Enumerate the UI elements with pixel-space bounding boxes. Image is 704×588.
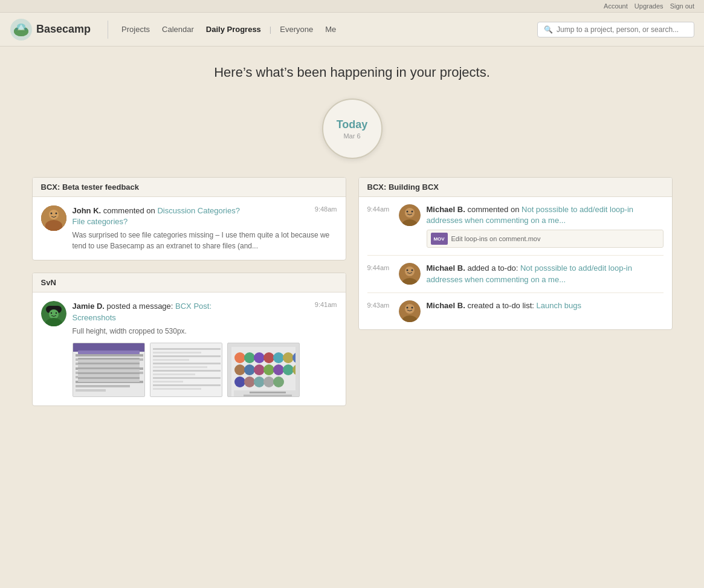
today-date: Mar 6 [343,132,360,140]
svg-rect-36 [153,366,207,368]
svg-point-61 [263,376,274,387]
svg-point-11 [55,213,57,215]
thumbnail-2[interactable] [150,343,222,397]
bcx-building-section: BCX: Building BCX 9:44am [358,177,673,330]
john-avatar-svg [41,205,66,231]
svg-point-16 [50,312,51,314]
svg-rect-39 [153,377,221,379]
activity-body: Jamie D. posted a message: BCX Post:Scre… [73,301,337,396]
avatar [399,263,421,285]
thumbnail-3[interactable] [227,343,300,397]
michael-avatar-svg [399,204,421,226]
jamie-avatar-svg [41,301,66,326]
avatar [399,300,421,322]
svg-rect-40 [153,381,183,383]
account-link[interactable]: Account [604,2,628,10]
svg-rect-28 [76,385,130,387]
svg-point-74 [406,270,408,271]
activity-text: Jamie D. posted a message: BCX Post:Scre… [73,301,212,323]
michael-avatar-svg-3 [399,300,421,322]
activity-text: Michael B. added a to-do: Not posssible … [427,263,664,285]
attachment-row: MOV Edit loop-ins on comment.mov [427,230,664,248]
svg-point-60 [254,376,265,387]
nav-sep: | [270,25,271,34]
svg-rect-19 [73,343,145,397]
avatar [41,205,66,231]
svg-point-48 [273,352,284,363]
svg-point-69 [406,211,408,213]
activity-text: Michael B. created a to-do list: Launch … [427,300,664,311]
svg-rect-21 [76,354,143,357]
svg-rect-24 [76,367,143,370]
svg-rect-29 [76,389,106,392]
nav-calendar[interactable]: Calendar [156,22,200,36]
svg-point-80 [411,306,413,308]
svg-point-52 [244,364,255,375]
svg-rect-32 [153,352,201,354]
svg-point-47 [263,352,274,363]
bcx-building-header: BCX: Building BCX [359,178,672,197]
svg-rect-20 [73,343,145,352]
search-icon: 🔍 [544,25,553,34]
svg-point-45 [244,352,255,363]
search-box[interactable]: 🔍 [537,22,694,37]
svg-rect-31 [153,348,221,350]
svg-point-79 [406,306,408,308]
svg-point-44 [234,352,245,363]
nav-me[interactable]: Me [319,22,342,36]
sign-out-link[interactable]: Sign out [670,2,694,10]
svg-point-46 [254,352,265,363]
svn-section: SvN [32,273,346,405]
nav-projects[interactable]: Projects [115,22,156,36]
john-avatar-img [41,205,66,231]
michael-avatar-svg-2 [399,263,421,285]
svg-rect-23 [76,363,124,365]
utility-bar: Account Upgrades Sign out [0,0,704,13]
upgrades-link[interactable]: Upgrades [635,2,664,10]
user-name: Jamie D. [73,302,105,311]
svn-header: SvN [33,273,346,292]
activity-text: John K. commented on Discussion Categori… [73,205,240,227]
svg-rect-25 [76,372,143,374]
avatar [41,301,66,326]
thumbnail-svg-1 [73,343,145,397]
svg-point-17 [55,312,56,314]
today-label: Today [337,118,368,131]
activity-body: Michael B. added a to-do: Not posssible … [427,263,664,285]
thumbnails-row [73,343,337,397]
svg-rect-34 [153,359,189,361]
svg-rect-41 [153,384,221,386]
svg-point-56 [283,364,294,375]
user-name: John K. [73,206,102,215]
activity-time: 9:41am [315,301,337,308]
svg-rect-65 [244,395,292,396]
svg-rect-37 [153,370,221,372]
svg-point-77 [405,304,415,314]
nav-everyone[interactable]: Everyone [274,22,319,36]
nav-divider [108,21,108,39]
two-col-layout: BCX: Beta tester feedback [32,177,673,406]
nav-daily-progress[interactable]: Daily Progress [200,22,267,36]
svg-point-72 [405,267,415,276]
svg-point-54 [263,364,274,375]
table-row: 9:44am [367,197,664,256]
logo-link[interactable]: Basecamp [10,18,91,41]
svg-rect-38 [153,373,195,375]
svg-point-75 [411,270,413,271]
svg-rect-64 [250,392,286,393]
search-input[interactable] [557,25,688,34]
bcx-beta-section: BCX: Beta tester feedback [32,177,346,260]
svg-point-9 [49,210,59,219]
svg-rect-27 [76,381,143,383]
user-name: Michael B. [427,301,465,310]
svg-point-59 [244,376,255,387]
header: Basecamp Projects Calendar Daily Progres… [0,13,704,47]
table-row: 9:43am [367,293,664,329]
user-name: Michael B. [427,205,465,214]
thumbnail-1[interactable] [73,343,145,397]
launch-bugs-link[interactable]: Launch bugs [537,301,581,310]
svg-point-70 [411,211,413,213]
activity-text: Michael B. commented on Not posssible to… [427,204,664,226]
activity-time: 9:43am [367,300,393,309]
main-content: Here’s what’s been happening in your pro… [20,47,685,424]
